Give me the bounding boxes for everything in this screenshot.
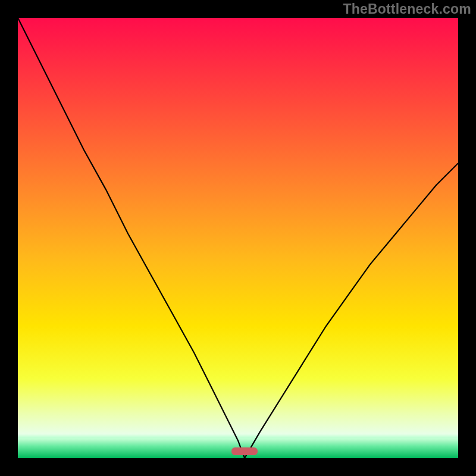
plot-area — [18, 18, 458, 458]
target-marker — [231, 447, 258, 455]
svg-rect-0 — [18, 18, 458, 458]
bottleneck-gradient-bg — [18, 18, 458, 458]
watermark-text: TheBottleneck.com — [343, 1, 471, 17]
